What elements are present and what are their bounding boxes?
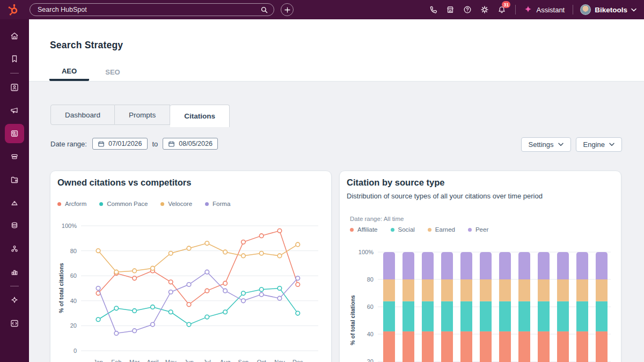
tab-dashboard[interactable]: Dashboard: [50, 105, 115, 125]
svg-text:0: 0: [74, 348, 77, 354]
phone-icon: [429, 5, 437, 14]
svg-text:100%: 100%: [358, 249, 374, 255]
chart-actions: Settings Engine: [521, 137, 622, 152]
tray-stack-icon: [10, 152, 19, 161]
help-button[interactable]: [459, 2, 476, 17]
citations-panel: Dashboard Prompts Citations Date range: …: [29, 82, 644, 362]
main-content: Search Strategy AEO SEO Dashboard Prompt…: [29, 19, 644, 362]
sidebar-item-commerce[interactable]: [5, 147, 24, 166]
end-date-value: 08/05/2026: [179, 140, 213, 147]
settings-dropdown-label: Settings: [529, 141, 554, 149]
workflow-icon: [10, 244, 19, 254]
sidebar-item-crm[interactable]: [5, 78, 24, 97]
settings-button[interactable]: [476, 2, 493, 17]
sidebar-item-automations[interactable]: [5, 239, 24, 258]
caret-down-icon: [631, 8, 636, 12]
global-search[interactable]: [30, 3, 274, 16]
sidebar-item-ai[interactable]: [5, 291, 24, 310]
svg-text:Mar: Mar: [129, 359, 140, 362]
start-date-input[interactable]: 07/01/2026: [92, 138, 148, 150]
citation-source-card: Citation by source type Distribution of …: [339, 171, 621, 362]
svg-text:20: 20: [367, 358, 374, 362]
gear-icon: [480, 5, 489, 14]
add-button[interactable]: [281, 3, 294, 16]
topbar-divider: [573, 5, 573, 14]
folder-icon: [10, 175, 19, 184]
sidebar-item-data[interactable]: [5, 216, 24, 235]
calling-button[interactable]: [425, 2, 442, 17]
page-header: Search Strategy AEO SEO: [29, 19, 644, 82]
sidebar-item-bookmarks[interactable]: [5, 49, 24, 69]
marketplace-button[interactable]: [442, 2, 459, 17]
date-range-label: Date range:: [50, 140, 87, 148]
settings-dropdown[interactable]: Settings: [521, 137, 571, 152]
end-date-input[interactable]: 08/05/2026: [163, 138, 218, 150]
engine-dropdown[interactable]: Engine: [576, 137, 622, 152]
marketplace-icon: [446, 5, 455, 14]
calendar-icon: [98, 141, 105, 147]
tab-citations[interactable]: Citations: [170, 105, 230, 127]
search-input[interactable]: [38, 6, 260, 13]
assistant-label: Assistant: [536, 6, 565, 14]
engine-dropdown-label: Engine: [583, 141, 605, 149]
svg-text:Nov: Nov: [274, 359, 285, 362]
svg-text:80: 80: [367, 276, 374, 283]
svg-text:May: May: [165, 359, 177, 362]
date-range-row: Date range: 07/01/2026 to: [50, 137, 218, 150]
sidebar-item-library[interactable]: [5, 170, 24, 189]
calendar-icon: [168, 141, 175, 147]
svg-text:Sep: Sep: [238, 359, 249, 362]
svg-text:April: April: [147, 359, 158, 362]
svg-text:40: 40: [70, 298, 77, 304]
assistant-button[interactable]: Assistant: [521, 5, 568, 14]
owned-citations-card: Owned citations vs competitors ArcformCo…: [50, 171, 332, 362]
svg-text:Jul: Jul: [203, 359, 211, 362]
svg-text:100%: 100%: [62, 223, 77, 229]
svg-text:20: 20: [70, 322, 77, 329]
sidebar-divider: [10, 73, 19, 73]
svg-text:60: 60: [367, 304, 374, 310]
notifications-button[interactable]: 31: [493, 2, 510, 17]
home-icon: [10, 31, 19, 41]
sidebar-item-home[interactable]: [5, 26, 24, 46]
line-chart: 020406080100%JanFebMarAprilMayJunJulAugS…: [50, 171, 332, 362]
sparkle-icon: [524, 5, 532, 14]
svg-text:% of total citations: % of total citations: [58, 263, 64, 313]
sidebar-item-reporting[interactable]: [5, 262, 24, 282]
help-icon: [463, 5, 472, 14]
avatar: [580, 4, 591, 15]
sidebar-item-marketing[interactable]: [5, 101, 24, 120]
topbar-right-group: 31 Assistant Biketools: [425, 0, 639, 19]
search-icon: [260, 6, 268, 14]
tab-aeo[interactable]: AEO: [49, 63, 89, 81]
svg-text:Aug: Aug: [220, 359, 231, 362]
service-bell-icon: [10, 198, 19, 208]
svg-text:% of total citations: % of total citations: [349, 295, 356, 345]
tab-prompts[interactable]: Prompts: [115, 105, 170, 125]
megaphone-icon: [10, 106, 19, 115]
page-title: Search Strategy: [50, 40, 123, 51]
sidebar-divider: [10, 286, 19, 286]
bar-chart-icon: [10, 267, 19, 277]
svg-text:Jan: Jan: [93, 359, 103, 362]
contact-card-icon: [10, 83, 19, 92]
topbar-divider: [515, 5, 516, 14]
hubspot-logo-icon[interactable]: [6, 3, 20, 17]
sidebar-item-service[interactable]: [5, 193, 24, 212]
svg-text:60: 60: [70, 272, 77, 279]
database-icon: [10, 221, 19, 231]
chevron-down-icon: [609, 143, 614, 146]
date-range-connector: to: [152, 140, 158, 148]
chevron-down-icon: [558, 143, 564, 146]
notification-badge: 31: [502, 1, 510, 8]
start-date-value: 07/01/2026: [108, 140, 142, 147]
topbar: 31 Assistant Biketools: [0, 0, 644, 19]
sidebar-item-content[interactable]: [5, 124, 24, 143]
sidebar-item-development[interactable]: [5, 314, 24, 333]
svg-text:Feb: Feb: [111, 359, 121, 362]
account-name: Biketools: [595, 6, 627, 14]
account-menu-button[interactable]: Biketools: [578, 4, 639, 15]
svg-text:Oct: Oct: [257, 359, 266, 362]
tab-seo[interactable]: SEO: [101, 63, 125, 81]
sidebar: [0, 19, 29, 362]
